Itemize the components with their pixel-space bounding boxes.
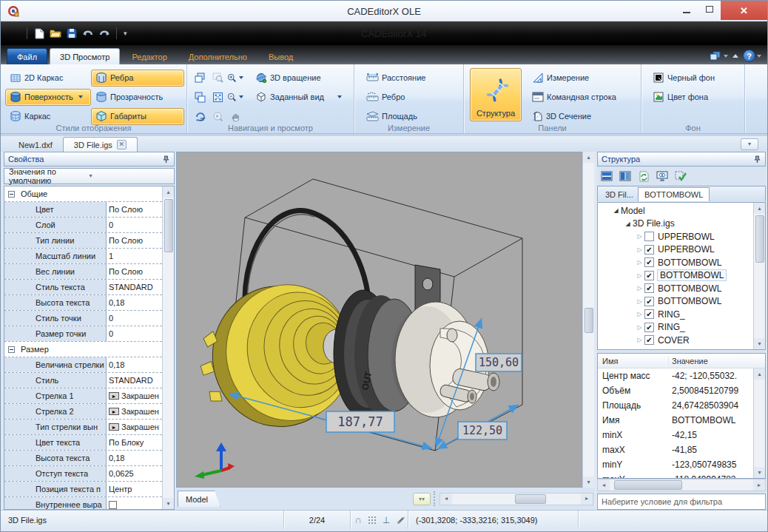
- tree-checkbox[interactable]: [644, 309, 654, 319]
- property-row[interactable]: Вес линии ► По Слою: [4, 264, 162, 280]
- tree-expander-icon[interactable]: [611, 207, 621, 214]
- preset-select[interactable]: Значения по умолчанию ▾: [4, 168, 175, 184]
- property-row[interactable]: Слой ► 0: [4, 218, 162, 233]
- ribbon-tab[interactable]: Файл: [7, 48, 47, 64]
- tree-item[interactable]: 3D File.igs: [598, 218, 753, 231]
- property-row[interactable]: Стрелка 1 ► Закрашен: [4, 388, 162, 404]
- property-value-cell[interactable]: ► 0,0625: [107, 466, 162, 481]
- scroll-right-button[interactable]: ▸: [753, 479, 765, 491]
- zoom-previous-button[interactable]: [209, 108, 226, 124]
- property-value-cell[interactable]: ► Закрашен: [107, 388, 162, 403]
- tree-item[interactable]: COVER: [598, 334, 753, 347]
- tree-expander-icon[interactable]: [635, 324, 644, 331]
- split-vertical-button[interactable]: [617, 168, 633, 184]
- command-line-button[interactable]: Командная строка: [528, 87, 621, 107]
- info-row[interactable]: Площадь 24,67428503904: [598, 398, 753, 413]
- property-row[interactable]: Общие ►: [4, 186, 162, 202]
- tree-item[interactable]: BOTTOMBOWL: [598, 269, 753, 283]
- doc-tab-new1[interactable]: New1.dxf: [8, 138, 63, 152]
- info-row[interactable]: Объём 2,500845120799: [598, 383, 753, 398]
- preset-view-button[interactable]: Заданный вид: [251, 89, 354, 106]
- column-header-name[interactable]: Имя: [598, 357, 669, 366]
- property-row[interactable]: Тип стрелки вын ► Закрашен: [4, 420, 162, 435]
- property-row[interactable]: Размер точки ► 0: [4, 326, 162, 342]
- regen-button[interactable]: [192, 70, 208, 86]
- measure-panel-button[interactable]: Измерение: [528, 68, 621, 87]
- tree-checkbox[interactable]: [644, 232, 654, 241]
- minimize-button[interactable]: [675, 1, 698, 18]
- property-row[interactable]: Позиция текста п ► Центр: [4, 482, 162, 497]
- transparency-button[interactable]: Прозрачность: [91, 89, 184, 106]
- tab-list-dropdown[interactable]: ▾: [741, 138, 758, 150]
- property-row[interactable]: Размер ►: [4, 342, 162, 357]
- model-space-tab[interactable]: Model: [178, 491, 220, 507]
- tree-expander-icon[interactable]: [635, 311, 644, 317]
- edges-button[interactable]: Ребра: [91, 70, 184, 87]
- info-row[interactable]: maxY -118,949994782: [598, 472, 753, 479]
- scroll-down-button[interactable]: ▾: [754, 338, 765, 349]
- collapse-ribbon-button[interactable]: [732, 54, 738, 58]
- tree-checkbox[interactable]: [644, 245, 654, 255]
- property-value-cell[interactable]: ► По Слою: [107, 264, 162, 279]
- property-value-cell[interactable]: ► 0,18: [107, 295, 162, 310]
- open-file-button[interactable]: [47, 26, 64, 41]
- tree-item[interactable]: BOTTOMBOWL: [598, 295, 753, 309]
- properties-scrollbar[interactable]: ▴ ▾: [162, 186, 174, 509]
- checkbox[interactable]: [109, 501, 117, 509]
- info-row[interactable]: minX -42,15: [598, 428, 753, 442]
- ribbon-tab[interactable]: Вывод: [259, 49, 303, 64]
- tree-item[interactable]: RING_: [598, 321, 753, 334]
- property-row[interactable]: Стиль текста ► STANDARD: [4, 280, 162, 295]
- property-value-cell[interactable]: ► 0: [107, 311, 162, 326]
- ribbon-tab[interactable]: Редактор: [122, 49, 176, 64]
- property-value-cell[interactable]: ► 0: [107, 218, 162, 232]
- pan-button[interactable]: [227, 108, 243, 124]
- group-expander-icon[interactable]: [8, 191, 15, 198]
- paste-view-button[interactable]: [192, 89, 208, 105]
- property-value-cell[interactable]: ►: [107, 497, 162, 510]
- refresh-structure-button[interactable]: [636, 168, 652, 184]
- scroll-thumb[interactable]: [614, 480, 682, 490]
- tree-expander-icon[interactable]: [635, 298, 644, 305]
- tree-checkbox[interactable]: [644, 323, 654, 332]
- doc-tab-3dfile[interactable]: 3D File.igs ✕: [63, 137, 138, 152]
- tree-checkbox[interactable]: [644, 257, 654, 267]
- scroll-down-button[interactable]: ▾: [754, 467, 765, 478]
- select-check-button[interactable]: [673, 168, 689, 184]
- info-scrollbar[interactable]: ▴ ▾: [753, 368, 765, 478]
- pin-icon[interactable]: [162, 155, 170, 164]
- scroll-up-button[interactable]: ▴: [163, 186, 174, 198]
- tree-checkbox[interactable]: [644, 271, 654, 280]
- undo-button[interactable]: [80, 26, 96, 41]
- tree-expander-icon[interactable]: [635, 337, 644, 343]
- property-value-cell[interactable]: ► Закрашен: [107, 404, 162, 419]
- rotate-angle-button[interactable]: 35°: [192, 108, 208, 124]
- scroll-thumb[interactable]: [755, 215, 764, 263]
- group-expander-icon[interactable]: [8, 346, 15, 353]
- info-row[interactable]: minY -123,050749835: [598, 457, 753, 472]
- 3d-rotation-button[interactable]: 3D вращение: [251, 70, 354, 87]
- filter-input[interactable]: [597, 494, 766, 510]
- structure-tab-file[interactable]: 3D Fil...: [599, 188, 638, 201]
- scroll-right-button[interactable]: ▸: [581, 494, 593, 505]
- scroll-thumb[interactable]: [164, 199, 173, 252]
- tree-item[interactable]: UPPERBOWL: [598, 230, 753, 243]
- column-header-value[interactable]: Значение: [669, 357, 765, 366]
- spline-mode-icon[interactable]: ∩: [353, 514, 364, 525]
- scroll-left-button[interactable]: ◂: [440, 494, 452, 505]
- tree-item[interactable]: RING_: [598, 308, 753, 321]
- scroll-down-button[interactable]: ▾: [583, 477, 594, 488]
- property-value-cell[interactable]: ► STANDARD: [107, 373, 162, 388]
- black-background-button[interactable]: Черный фон: [649, 68, 744, 87]
- close-tab-icon[interactable]: ✕: [117, 140, 127, 149]
- tree-item[interactable]: Model: [598, 204, 753, 218]
- new-file-button[interactable]: [31, 26, 47, 41]
- scroll-up-button[interactable]: ▴: [754, 368, 765, 380]
- tree-checkbox[interactable]: [644, 297, 654, 306]
- property-value-cell[interactable]: ► 0,18: [107, 357, 162, 372]
- tree-expander-icon[interactable]: [635, 259, 644, 266]
- property-row[interactable]: Отступ текста ► 0,0625: [4, 466, 162, 482]
- property-row[interactable]: Стиль точки ► 0: [4, 311, 162, 326]
- property-row[interactable]: Высота текста ► 0,18: [4, 451, 162, 466]
- info-row[interactable]: Имя BOTTOMBOWL: [598, 413, 753, 428]
